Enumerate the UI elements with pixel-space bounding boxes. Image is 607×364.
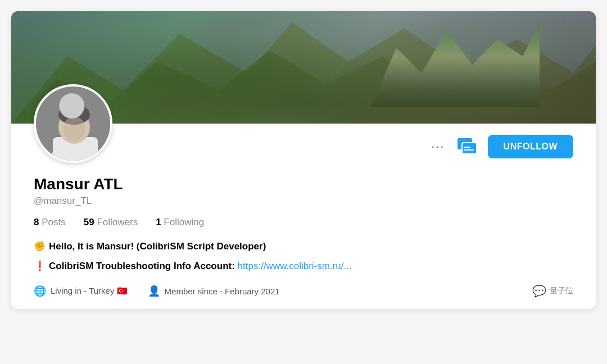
calendar-icon: 👤 <box>148 285 160 297</box>
unfollow-button[interactable]: UNFOLLOW <box>488 135 573 158</box>
troubleshoot-link[interactable]: https://www.colibri-sm.ru/... <box>238 261 352 271</box>
profile-area: ··· UNFOLLOW Mansur ATL @mansur_TL 8 Pos… <box>11 124 596 309</box>
globe-icon: 🌐 <box>34 285 46 297</box>
display-name: Mansur ATL <box>34 175 573 193</box>
following-count: 1 <box>156 217 161 228</box>
bio-line: ✊Hello, It is Mansur! (ColibriSM Script … <box>34 240 573 252</box>
source-label: 量子位 <box>550 286 573 296</box>
member-meta: 👤 Member since - February 2021 <box>148 285 280 297</box>
svg-rect-10 <box>462 143 477 154</box>
profile-info: Mansur ATL @mansur_TL 8 Posts 59 Followe… <box>34 175 573 298</box>
troubleshoot-label: ColibriSM Troubleshooting Info Account: <box>49 261 235 271</box>
svg-point-8 <box>63 116 85 141</box>
bio-text: Hello, It is Mansur! (ColibriSM Script D… <box>49 241 266 252</box>
location-meta: 🌐 Living in - Turkey 🇹🇷 <box>34 285 128 297</box>
followers-label: Followers <box>97 217 138 228</box>
more-options-button[interactable]: ··· <box>431 139 445 154</box>
message-button[interactable] <box>456 136 477 158</box>
member-text: Member since - February 2021 <box>165 286 280 296</box>
username: @mansur_TL <box>34 195 573 207</box>
source-icon: 💬 <box>532 284 546 298</box>
header-actions: ··· UNFOLLOW <box>34 124 573 158</box>
troubleshoot-emoji: ❗ <box>34 261 46 271</box>
bio-emoji: ✊ <box>34 241 46 252</box>
troubleshoot-line: ❗ColibriSM Troubleshooting Info Account:… <box>34 260 573 272</box>
profile-card: ··· UNFOLLOW Mansur ATL @mansur_TL 8 Pos… <box>11 11 596 309</box>
location-text: Living in - Turkey 🇹🇷 <box>51 286 128 296</box>
followers-stat[interactable]: 59 Followers <box>84 217 138 228</box>
avatar <box>34 84 112 163</box>
posts-count: 8 <box>34 217 39 228</box>
posts-label: Posts <box>42 217 66 228</box>
source-badge: 💬 量子位 <box>532 284 573 298</box>
followers-count: 59 <box>84 217 94 228</box>
posts-stat[interactable]: 8 Posts <box>34 217 66 228</box>
following-label: Following <box>164 217 204 228</box>
avatar-image <box>36 87 110 161</box>
following-stat[interactable]: 1 Following <box>156 217 204 228</box>
meta-row: 🌐 Living in - Turkey 🇹🇷 👤 Member since -… <box>34 284 573 298</box>
chat-icon <box>456 136 477 156</box>
stats-row: 8 Posts 59 Followers 1 Following <box>34 217 573 228</box>
